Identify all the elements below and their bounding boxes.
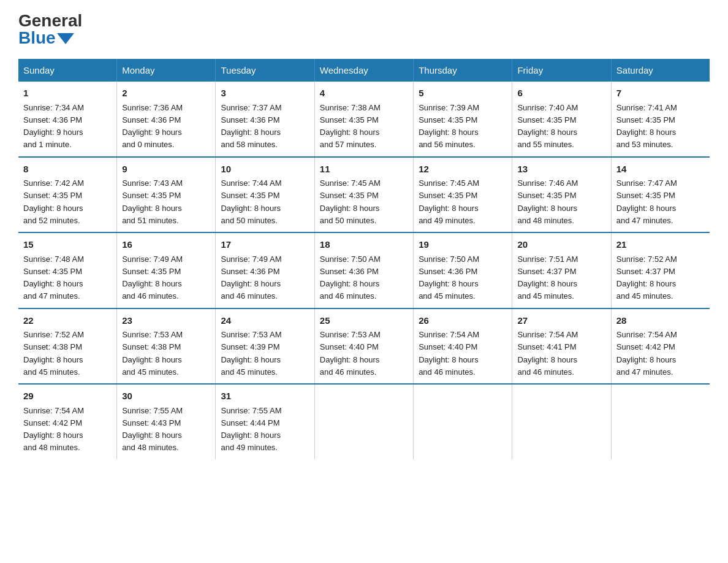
day-info: Sunrise: 7:55 AMSunset: 4:44 PMDaylight:… (221, 406, 281, 453)
day-number: 11 (320, 163, 408, 177)
calendar-cell: 6Sunrise: 7:40 AMSunset: 4:35 PMDaylight… (512, 82, 611, 157)
week-row-4: 22Sunrise: 7:52 AMSunset: 4:38 PMDayligh… (18, 308, 710, 385)
day-number: 25 (320, 314, 408, 328)
logo: General Blue (18, 12, 82, 47)
logo-general-text: General (18, 12, 82, 29)
calendar-cell: 2Sunrise: 7:36 AMSunset: 4:36 PMDaylight… (117, 82, 216, 157)
calendar-cell: 14Sunrise: 7:47 AMSunset: 4:35 PMDayligh… (611, 157, 710, 233)
calendar-cell: 15Sunrise: 7:48 AMSunset: 4:35 PMDayligh… (18, 232, 117, 308)
logo-blue-text: Blue (18, 29, 74, 47)
calendar-cell: 17Sunrise: 7:49 AMSunset: 4:36 PMDayligh… (216, 232, 314, 308)
day-info: Sunrise: 7:42 AMSunset: 4:35 PMDaylight:… (23, 178, 84, 225)
day-info: Sunrise: 7:37 AMSunset: 4:36 PMDaylight:… (221, 103, 281, 150)
calendar-cell: 19Sunrise: 7:50 AMSunset: 4:36 PMDayligh… (414, 232, 512, 308)
week-row-3: 15Sunrise: 7:48 AMSunset: 4:35 PMDayligh… (18, 232, 710, 308)
day-number: 6 (517, 86, 605, 101)
week-row-2: 8Sunrise: 7:42 AMSunset: 4:35 PMDaylight… (18, 157, 710, 233)
day-info: Sunrise: 7:34 AMSunset: 4:36 PMDaylight:… (23, 103, 84, 150)
calendar-cell: 11Sunrise: 7:45 AMSunset: 4:35 PMDayligh… (314, 157, 413, 233)
day-info: Sunrise: 7:54 AMSunset: 4:41 PMDaylight:… (517, 330, 578, 377)
day-number: 3 (221, 86, 309, 101)
day-number: 15 (23, 238, 112, 252)
weekday-header-saturday: Saturday (611, 59, 710, 82)
day-number: 28 (616, 314, 705, 328)
calendar-cell: 24Sunrise: 7:53 AMSunset: 4:39 PMDayligh… (216, 308, 314, 385)
day-number: 14 (616, 163, 705, 177)
day-info: Sunrise: 7:52 AMSunset: 4:38 PMDaylight:… (23, 330, 84, 377)
calendar-cell: 8Sunrise: 7:42 AMSunset: 4:35 PMDaylight… (18, 157, 117, 233)
weekday-header-friday: Friday (512, 59, 611, 82)
day-info: Sunrise: 7:53 AMSunset: 4:38 PMDaylight:… (122, 330, 183, 377)
day-number: 4 (320, 86, 408, 101)
calendar-cell: 1Sunrise: 7:34 AMSunset: 4:36 PMDaylight… (18, 82, 117, 157)
day-number: 2 (122, 86, 210, 101)
calendar-cell (314, 384, 413, 459)
calendar-cell: 30Sunrise: 7:55 AMSunset: 4:43 PMDayligh… (117, 384, 216, 459)
weekday-header-thursday: Thursday (414, 59, 512, 82)
day-number: 18 (320, 238, 408, 252)
day-info: Sunrise: 7:51 AMSunset: 4:37 PMDaylight:… (517, 255, 578, 301)
day-info: Sunrise: 7:48 AMSunset: 4:35 PMDaylight:… (23, 255, 84, 301)
day-info: Sunrise: 7:53 AMSunset: 4:40 PMDaylight:… (320, 330, 381, 377)
day-info: Sunrise: 7:49 AMSunset: 4:35 PMDaylight:… (122, 255, 183, 301)
day-info: Sunrise: 7:46 AMSunset: 4:35 PMDaylight:… (517, 178, 578, 225)
day-number: 13 (517, 163, 605, 177)
day-info: Sunrise: 7:50 AMSunset: 4:36 PMDaylight:… (320, 255, 381, 301)
day-info: Sunrise: 7:44 AMSunset: 4:35 PMDaylight:… (221, 178, 281, 225)
calendar-cell: 29Sunrise: 7:54 AMSunset: 4:42 PMDayligh… (18, 384, 117, 459)
day-info: Sunrise: 7:55 AMSunset: 4:43 PMDaylight:… (122, 406, 183, 453)
day-number: 20 (517, 238, 605, 252)
calendar-cell: 21Sunrise: 7:52 AMSunset: 4:37 PMDayligh… (611, 232, 710, 308)
week-row-1: 1Sunrise: 7:34 AMSunset: 4:36 PMDaylight… (18, 82, 710, 157)
day-number: 24 (221, 314, 309, 328)
day-info: Sunrise: 7:45 AMSunset: 4:35 PMDaylight:… (320, 178, 381, 225)
calendar-cell: 13Sunrise: 7:46 AMSunset: 4:35 PMDayligh… (512, 157, 611, 233)
calendar-cell: 25Sunrise: 7:53 AMSunset: 4:40 PMDayligh… (314, 308, 413, 385)
day-number: 23 (122, 314, 210, 328)
calendar-cell: 26Sunrise: 7:54 AMSunset: 4:40 PMDayligh… (414, 308, 512, 385)
weekday-header-sunday: Sunday (18, 59, 117, 82)
calendar-cell: 28Sunrise: 7:54 AMSunset: 4:42 PMDayligh… (611, 308, 710, 385)
day-info: Sunrise: 7:54 AMSunset: 4:42 PMDaylight:… (23, 406, 84, 453)
day-number: 27 (517, 314, 605, 328)
calendar-cell: 23Sunrise: 7:53 AMSunset: 4:38 PMDayligh… (117, 308, 216, 385)
calendar-cell: 10Sunrise: 7:44 AMSunset: 4:35 PMDayligh… (216, 157, 314, 233)
day-info: Sunrise: 7:36 AMSunset: 4:36 PMDaylight:… (122, 103, 183, 150)
calendar-cell: 5Sunrise: 7:39 AMSunset: 4:35 PMDaylight… (414, 82, 512, 157)
day-number: 7 (616, 86, 705, 101)
day-info: Sunrise: 7:54 AMSunset: 4:40 PMDaylight:… (419, 330, 479, 377)
calendar-cell: 27Sunrise: 7:54 AMSunset: 4:41 PMDayligh… (512, 308, 611, 385)
day-number: 26 (419, 314, 507, 328)
day-info: Sunrise: 7:43 AMSunset: 4:35 PMDaylight:… (122, 178, 183, 225)
day-info: Sunrise: 7:53 AMSunset: 4:39 PMDaylight:… (221, 330, 281, 377)
calendar-cell: 20Sunrise: 7:51 AMSunset: 4:37 PMDayligh… (512, 232, 611, 308)
calendar-cell: 31Sunrise: 7:55 AMSunset: 4:44 PMDayligh… (216, 384, 314, 459)
calendar-cell: 12Sunrise: 7:45 AMSunset: 4:35 PMDayligh… (414, 157, 512, 233)
day-number: 22 (23, 314, 112, 328)
day-number: 9 (122, 163, 210, 177)
calendar-cell: 9Sunrise: 7:43 AMSunset: 4:35 PMDaylight… (117, 157, 216, 233)
weekday-header-wednesday: Wednesday (314, 59, 413, 82)
day-number: 5 (419, 86, 507, 101)
calendar-cell (512, 384, 611, 459)
day-info: Sunrise: 7:50 AMSunset: 4:36 PMDaylight:… (419, 255, 479, 301)
calendar-cell: 4Sunrise: 7:38 AMSunset: 4:35 PMDaylight… (314, 82, 413, 157)
day-info: Sunrise: 7:39 AMSunset: 4:35 PMDaylight:… (419, 103, 479, 150)
calendar-cell (414, 384, 512, 459)
calendar-cell (611, 384, 710, 459)
page-header: General Blue (18, 12, 710, 47)
day-info: Sunrise: 7:52 AMSunset: 4:37 PMDaylight:… (616, 255, 677, 301)
day-info: Sunrise: 7:47 AMSunset: 4:35 PMDaylight:… (616, 178, 677, 225)
calendar-cell: 16Sunrise: 7:49 AMSunset: 4:35 PMDayligh… (117, 232, 216, 308)
day-number: 30 (122, 389, 210, 404)
day-number: 12 (419, 163, 507, 177)
logo-triangle-icon (57, 33, 74, 44)
day-number: 31 (221, 389, 309, 404)
weekday-header-tuesday: Tuesday (216, 59, 314, 82)
day-number: 1 (23, 86, 112, 101)
day-info: Sunrise: 7:41 AMSunset: 4:35 PMDaylight:… (616, 103, 677, 150)
week-row-5: 29Sunrise: 7:54 AMSunset: 4:42 PMDayligh… (18, 384, 710, 459)
day-info: Sunrise: 7:45 AMSunset: 4:35 PMDaylight:… (419, 178, 479, 225)
calendar-table: SundayMondayTuesdayWednesdayThursdayFrid… (18, 59, 710, 459)
weekday-header-monday: Monday (117, 59, 216, 82)
